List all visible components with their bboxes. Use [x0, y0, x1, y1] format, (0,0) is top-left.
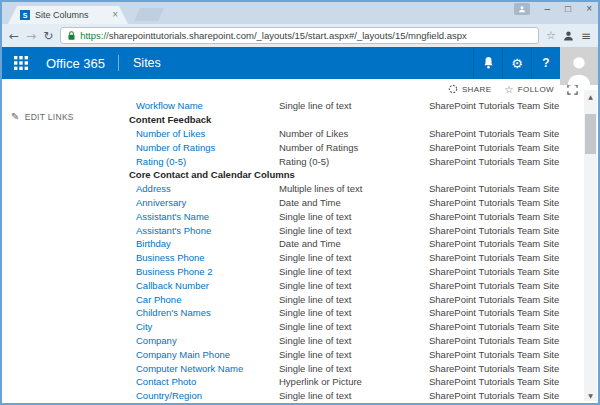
pencil-icon: ✎ [11, 111, 20, 122]
column-source: SharePoint Tutorials Team Site [429, 252, 584, 263]
column-source: SharePoint Tutorials Team Site [429, 266, 584, 277]
column-source: SharePoint Tutorials Team Site [429, 238, 584, 249]
column-source: SharePoint Tutorials Team Site [429, 225, 584, 236]
column-source: SharePoint Tutorials Team Site [429, 100, 584, 111]
table-row: Company Main Phone Single line of text S… [129, 347, 584, 361]
https-lock-icon [67, 30, 76, 41]
tab-strip: S Site Columns × – □ × [2, 2, 598, 24]
column-source: SharePoint Tutorials Team Site [429, 390, 584, 401]
column-name-link[interactable]: Children's Names [129, 307, 279, 318]
reload-icon[interactable]: ↻ [43, 30, 53, 42]
minimize-button[interactable]: – [545, 4, 551, 14]
table-row: Computer Network Name Single line of tex… [129, 361, 584, 375]
column-name-link[interactable]: Assistant's Phone [129, 225, 279, 236]
share-icon [448, 84, 458, 94]
site-columns-list: Workflow Name Single line of text ShareP… [129, 99, 598, 403]
browser-window: S Site Columns × – □ × ← → ↻ https://sha… [0, 0, 600, 405]
table-row: Birthday Date and Time SharePoint Tutori… [129, 237, 584, 251]
browser-profile-icon[interactable] [514, 3, 530, 15]
column-name-link[interactable]: Business Phone [129, 252, 279, 263]
column-source: SharePoint Tutorials Team Site [429, 363, 584, 374]
column-type: Single line of text [279, 266, 429, 277]
column-type: Multiple lines of text [279, 183, 429, 194]
column-source: SharePoint Tutorials Team Site [429, 142, 584, 153]
edit-links-label: EDIT LINKS [25, 112, 74, 122]
column-source: SharePoint Tutorials Team Site [429, 156, 584, 167]
column-type: Single line of text [279, 280, 429, 291]
column-name-link[interactable]: City [129, 321, 279, 332]
column-name-link[interactable]: Number of Ratings [129, 142, 279, 153]
notifications-button[interactable] [473, 47, 502, 79]
column-source: SharePoint Tutorials Team Site [429, 376, 584, 387]
page-content: ✎EDIT LINKS Workflow Name Single line of… [2, 99, 598, 403]
column-source: SharePoint Tutorials Team Site [429, 349, 584, 360]
app-launcher-button[interactable] [2, 47, 40, 79]
help-icon: ? [542, 56, 549, 70]
column-name-link[interactable]: Company Main Phone [129, 349, 279, 360]
bookmark-star-icon[interactable]: ☆ [546, 29, 556, 42]
edit-links-button[interactable]: ✎EDIT LINKS [11, 111, 129, 122]
help-button[interactable]: ? [531, 47, 560, 79]
table-row: Company Single line of text SharePoint T… [129, 334, 584, 348]
column-name-link[interactable]: Rating (0-5) [129, 156, 279, 167]
maximize-button[interactable]: □ [565, 4, 571, 14]
office365-brand-link[interactable]: Office 365 [40, 47, 118, 79]
column-name-link[interactable]: Callback Number [129, 280, 279, 291]
sites-nav-link[interactable]: Sites [119, 47, 175, 79]
column-name-link[interactable]: Anniversary [129, 197, 279, 208]
vertical-scrollbar[interactable]: ▲ ▼ [584, 90, 597, 401]
table-row: Callback Number Single line of text Shar… [129, 278, 584, 292]
waffle-icon [14, 56, 28, 70]
column-name-link[interactable]: Car Phone [129, 294, 279, 305]
quick-launch-nav: ✎EDIT LINKS [2, 99, 129, 403]
scroll-down-icon[interactable]: ▼ [584, 389, 597, 401]
table-row: Country/Region Single line of text Share… [129, 389, 584, 403]
scrollbar-thumb[interactable] [585, 114, 596, 154]
column-type: Number of Ratings [279, 142, 429, 153]
back-icon[interactable]: ← [9, 30, 19, 42]
follow-label: FOLLOW [518, 85, 554, 94]
follow-star-icon: ☆ [504, 84, 513, 95]
browser-menu-icon[interactable]: ≡ [581, 29, 591, 43]
column-name-link[interactable]: Assistant's Name [129, 211, 279, 222]
table-row: City Single line of text SharePoint Tuto… [129, 320, 584, 334]
column-name-link[interactable]: Birthday [129, 238, 279, 249]
column-name-link[interactable]: Computer Network Name [129, 363, 279, 374]
column-name-link[interactable]: Contact Photo [129, 376, 279, 387]
table-row: Business Phone 2 Single line of text Sha… [129, 265, 584, 279]
scroll-up-icon[interactable]: ▲ [584, 90, 597, 102]
browser-tab[interactable]: S Site Columns × [8, 6, 128, 24]
column-name-link[interactable]: Country/Region [129, 390, 279, 401]
column-name-link[interactable]: Company [129, 335, 279, 346]
browser-extension-icon[interactable] [563, 30, 574, 41]
share-button[interactable]: SHARE [448, 84, 492, 94]
forward-icon[interactable]: → [26, 30, 36, 42]
column-source: SharePoint Tutorials Team Site [429, 335, 584, 346]
column-type: Single line of text [279, 307, 429, 318]
table-row: Workflow Name Single line of text ShareP… [129, 99, 584, 113]
follow-button[interactable]: ☆ FOLLOW [504, 84, 554, 95]
column-type: Single line of text [279, 252, 429, 263]
person-icon [564, 53, 594, 85]
column-type: Single line of text [279, 390, 429, 401]
column-type: Single line of text [279, 100, 429, 111]
column-source: SharePoint Tutorials Team Site [429, 294, 584, 305]
settings-button[interactable]: ⚙ [502, 47, 531, 79]
new-tab-button[interactable] [134, 8, 164, 21]
address-bar[interactable]: https://sharepointtutorials.sharepoint.c… [60, 27, 539, 44]
column-name-link[interactable]: Address [129, 183, 279, 194]
column-type: Single line of text [279, 321, 429, 332]
column-name-link: Content Feedback [129, 114, 429, 125]
user-avatar[interactable] [560, 47, 598, 85]
focus-mode-icon[interactable] [567, 84, 578, 95]
close-button[interactable]: × [586, 4, 592, 14]
column-source: SharePoint Tutorials Team Site [429, 307, 584, 318]
table-row: Content Feedback [129, 113, 584, 127]
column-type: Hyperlink or Picture [279, 376, 429, 387]
column-name-link[interactable]: Business Phone 2 [129, 266, 279, 277]
column-type: Single line of text [279, 225, 429, 236]
column-name-link[interactable]: Number of Likes [129, 128, 279, 139]
tab-close-icon[interactable]: × [112, 10, 118, 20]
table-row: Anniversary Date and Time SharePoint Tut… [129, 196, 584, 210]
column-name-link[interactable]: Workflow Name [129, 100, 279, 111]
